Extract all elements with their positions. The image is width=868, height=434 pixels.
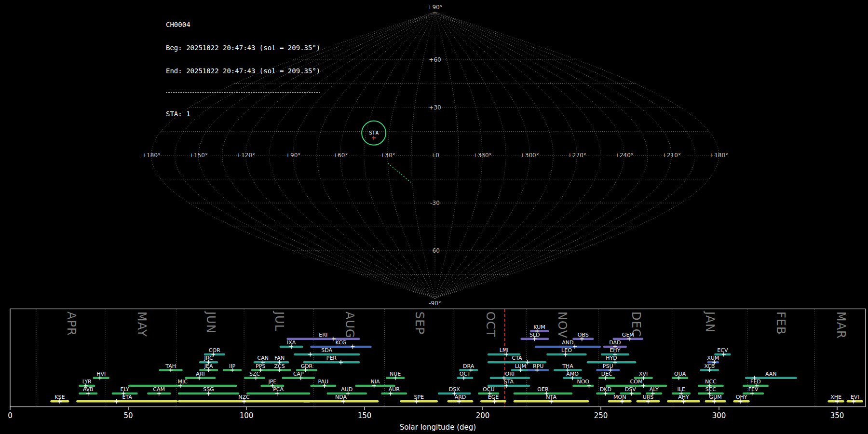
shower-bar bbox=[514, 393, 573, 395]
map-longitude-label: +240° bbox=[615, 152, 634, 159]
shower-label: ERI bbox=[319, 332, 327, 338]
x-axis-tick-label: 300 bbox=[712, 411, 726, 420]
shower-label: ARD bbox=[455, 394, 466, 400]
x-axis-tick-label: 350 bbox=[830, 411, 844, 420]
shower-label: NDA bbox=[335, 394, 347, 400]
radiant-code-label: STA bbox=[369, 130, 379, 136]
x-axis-tick-label: 50 bbox=[123, 411, 133, 420]
shower-label: OCU bbox=[483, 386, 494, 393]
shower-label: HVI bbox=[96, 371, 106, 377]
shower-label: URS bbox=[643, 394, 654, 400]
x-axis-tick-label: 100 bbox=[240, 411, 254, 420]
shower-label: NZC bbox=[238, 394, 250, 400]
shower-label: ELY bbox=[120, 386, 129, 393]
map-latitude-label: +30 bbox=[429, 104, 441, 111]
shower-label: SCC bbox=[705, 386, 717, 393]
map-latitude-label: +60 bbox=[429, 56, 441, 63]
radiant-drift-trail bbox=[388, 163, 411, 183]
shower-label: FAN bbox=[274, 355, 285, 361]
shower-label: OBS bbox=[578, 332, 589, 338]
map-latitude-label: -60 bbox=[430, 247, 440, 254]
shower-label: FEV bbox=[748, 386, 759, 393]
shower-label: PPS bbox=[256, 363, 265, 369]
shower-label: CTA bbox=[512, 355, 523, 361]
shower-label: EHY bbox=[610, 347, 620, 353]
shower-label: HYD bbox=[606, 355, 617, 361]
shower-label: THA bbox=[562, 363, 573, 369]
month-label: NOV bbox=[556, 312, 569, 339]
shower-label: AVB bbox=[83, 386, 94, 393]
shower-label: OHY bbox=[736, 394, 747, 400]
shower-label: MON bbox=[613, 394, 626, 400]
shower-label: AUD bbox=[341, 386, 353, 393]
shower-label: XHE bbox=[830, 394, 841, 400]
shower-label: XVI bbox=[639, 371, 648, 377]
shower-label: DSX bbox=[449, 386, 460, 393]
shower-bar bbox=[76, 400, 178, 403]
shower-label: PCA bbox=[273, 386, 284, 393]
shower-bar bbox=[381, 393, 407, 395]
shower-label: SPE bbox=[414, 394, 424, 400]
shower-peak-marker bbox=[308, 353, 312, 357]
shower-label: AHY bbox=[678, 394, 689, 400]
shower-label: KUM bbox=[533, 324, 545, 330]
month-label: MAR bbox=[834, 312, 848, 339]
x-axis-title: Solar longitude (deg) bbox=[400, 423, 476, 432]
shower-label: AMO bbox=[566, 371, 579, 377]
shower-label: SDA bbox=[321, 347, 332, 353]
shower-label: ETA bbox=[122, 394, 132, 400]
shower-label: DKD bbox=[600, 386, 611, 393]
radiant-position-marker bbox=[372, 136, 376, 140]
shower-label: SLD bbox=[529, 332, 540, 338]
shower-peak-marker bbox=[339, 360, 343, 365]
map-longitude-label: +120° bbox=[236, 152, 255, 159]
shower-label: NCC bbox=[705, 379, 717, 385]
month-label: SEP bbox=[413, 312, 426, 335]
shower-label: DSV bbox=[625, 386, 636, 393]
shower-label: LMI bbox=[500, 347, 509, 353]
shower-label: PER bbox=[326, 355, 337, 361]
meteor-radiant-activity-plot: { "header": { "station": "CH0004", "beg"… bbox=[0, 0, 868, 434]
shower-label: XCB bbox=[704, 363, 715, 369]
map-longitude-label: +180° bbox=[709, 152, 728, 159]
shower-label: NUE bbox=[390, 371, 401, 377]
shower-label: DEC bbox=[601, 371, 612, 377]
shower-label: COM bbox=[630, 379, 643, 385]
shower-bar bbox=[608, 400, 632, 403]
shower-label: EGE bbox=[488, 394, 499, 400]
month-label: APR bbox=[65, 312, 78, 336]
shower-label: ECV bbox=[717, 347, 728, 353]
map-longitude-label: +300° bbox=[520, 152, 539, 159]
shower-label: RPU bbox=[533, 363, 543, 369]
shower-label: PSU bbox=[603, 363, 613, 369]
shower-label: FED bbox=[750, 379, 761, 385]
shower-peak-marker bbox=[115, 399, 119, 404]
map-meridian-line bbox=[175, 12, 435, 298]
shower-label: PAU bbox=[318, 379, 328, 385]
map-latitude-label: +90° bbox=[427, 4, 442, 11]
shower-label: ORI bbox=[505, 371, 515, 377]
shower-label: JPE bbox=[268, 379, 276, 385]
x-axis-tick-label: 0 bbox=[8, 411, 13, 420]
shower-label: SZC bbox=[249, 371, 260, 377]
shower-label: CAP bbox=[293, 371, 304, 377]
map-longitude-label: +270° bbox=[568, 152, 586, 159]
shower-label: NOO bbox=[577, 379, 589, 385]
shower-label: CAM bbox=[153, 386, 165, 393]
shower-label: JEA bbox=[204, 363, 213, 369]
shower-label: GEM bbox=[622, 332, 634, 338]
x-axis-tick-label: 150 bbox=[358, 411, 372, 420]
shower-label: NTA bbox=[546, 394, 556, 400]
shower-label: KSE bbox=[54, 394, 65, 400]
shower-label: LEO bbox=[561, 347, 572, 353]
shower-label: ARI bbox=[196, 371, 204, 377]
shower-label: IIP bbox=[229, 363, 235, 369]
month-label: JUL bbox=[272, 311, 286, 331]
month-label: OCT bbox=[484, 312, 497, 337]
shower-bar bbox=[400, 400, 438, 403]
shower-label: LUM bbox=[515, 363, 526, 369]
shower-bar bbox=[282, 377, 315, 379]
month-label: FEB bbox=[774, 312, 787, 335]
shower-bar bbox=[286, 338, 360, 340]
plot-canvas: +180°+150°+120°+90°+60°+30°+0+330°+300°+… bbox=[0, 0, 868, 434]
